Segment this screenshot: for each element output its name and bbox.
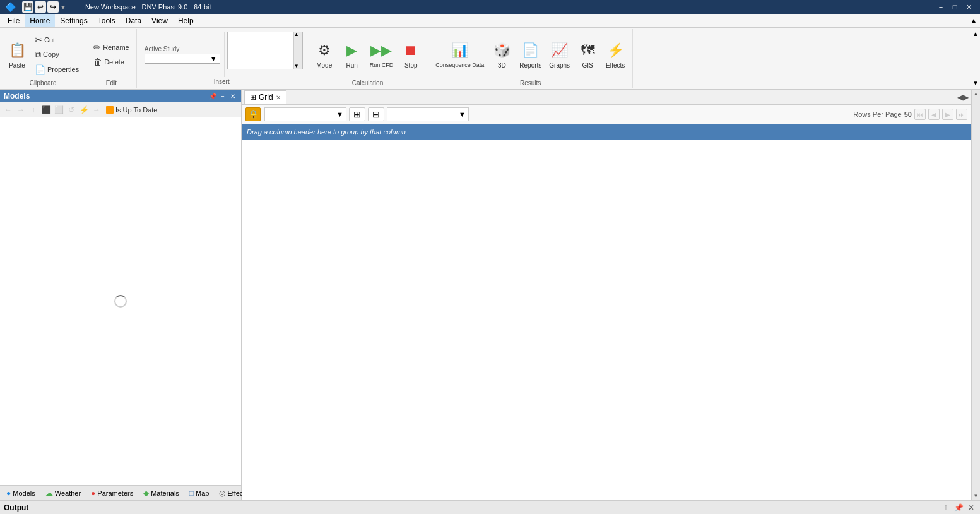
insert-area: ▲ ▼ [227, 32, 303, 77]
parameters-tab-icon: ● [91, 489, 95, 498]
rows-per-page-label: Rows Per Page [853, 111, 901, 118]
mode-button[interactable]: ⚙ Mode [311, 35, 338, 73]
grid-icon-btn-1[interactable]: ⊞ [349, 107, 365, 121]
models-pin-button[interactable]: 📌 [208, 92, 217, 100]
bottom-tabs: ● Models ☁ Weather ● Parameters ◆ Materi… [0, 485, 241, 500]
consequence-data-button[interactable]: 📊 Consequence Data [432, 35, 487, 73]
graphs-button[interactable]: 📈 Graphs [546, 35, 573, 73]
redo-button[interactable]: ↪ [47, 1, 59, 13]
weather-tab-icon: ☁ [45, 489, 53, 498]
restore-button[interactable]: □ [948, 2, 961, 12]
ribbon-expand[interactable]: ▲ [970, 16, 977, 25]
models-panel: Models 📌 − ✕ ← → ↑ ⬛ ⬜ ↺ ⚡ → Is Up To Da… [0, 90, 242, 500]
mode-icon: ⚙ [314, 40, 334, 61]
ribbon-group-calculation: ⚙ Mode ▶ Run ▶▶ Run CFD ⏹ Stop Calculati… [307, 29, 429, 88]
tab-parameters[interactable]: ● Parameters [87, 487, 137, 499]
grid-column-dropdown[interactable]: ▼ [387, 107, 469, 121]
calculation-content: ⚙ Mode ▶ Run ▶▶ Run CFD ⏹ Stop [311, 30, 425, 78]
properties-button[interactable]: 📄 Properties [32, 63, 82, 76]
menu-help[interactable]: Help [173, 14, 199, 27]
models-button-6[interactable]: ⚡ [78, 104, 90, 116]
panel-right-controls: ◀ ▶ [957, 93, 969, 102]
quick-access-toolbar: 💾 ↩ ↪ ▼ [20, 1, 69, 13]
output-pin-btn[interactable]: 📌 [953, 503, 964, 513]
save-button[interactable]: 💾 [22, 1, 33, 13]
cut-button[interactable]: ✂ Cut [32, 33, 82, 47]
models-button-7[interactable]: → [91, 104, 102, 116]
grid-lock-button[interactable]: 🔒 [245, 107, 261, 121]
grid-body [242, 140, 971, 500]
last-page-button[interactable]: ⏭ [956, 109, 967, 120]
grid-tab[interactable]: ⊞ Grid ✕ [244, 90, 286, 104]
delete-icon: 🗑 [93, 57, 102, 67]
models-back-button[interactable]: ← [3, 104, 14, 116]
tab-materials[interactable]: ◆ Materials [139, 487, 183, 499]
models-tab-icon: ● [6, 489, 11, 498]
rename-button[interactable]: ✏ Rename [90, 40, 133, 54]
paste-button[interactable]: 📋 Paste [4, 37, 30, 72]
models-forward-button[interactable]: → [15, 104, 27, 116]
grid-filter-dropdown[interactable]: ▼ [264, 107, 346, 121]
menu-file[interactable]: File [3, 14, 25, 27]
run-button[interactable]: ▶ Run [339, 35, 365, 73]
panel-scroll-btn-right[interactable]: ▶ [963, 93, 969, 102]
copy-button[interactable]: ⧉ Copy [32, 47, 82, 62]
minimize-button[interactable]: − [935, 2, 947, 12]
first-page-button[interactable]: ⏮ [914, 109, 926, 120]
grid-tab-close[interactable]: ✕ [276, 94, 281, 101]
models-close-button[interactable]: ✕ [228, 92, 237, 100]
ribbon-scroll-up[interactable]: ▲ [972, 30, 979, 37]
right-edge-scroll[interactable]: ▲ ▼ [971, 90, 980, 500]
undo-button[interactable]: ↩ [35, 1, 46, 13]
materials-tab-icon: ◆ [143, 489, 149, 498]
ribbon-group-edit: ✏ Rename 🗑 Delete Edit [86, 29, 137, 88]
tab-models[interactable]: ● Models [3, 487, 39, 499]
models-button-4[interactable]: ⬜ [53, 104, 64, 116]
run-cfd-button[interactable]: ▶▶ Run CFD [367, 35, 397, 73]
edit-content: ✏ Rename 🗑 Delete [90, 30, 133, 78]
menu-data[interactable]: Data [121, 14, 146, 27]
active-study-group: Active Study ▼ [141, 32, 225, 77]
output-header: Output ⇧ 📌 ✕ [0, 501, 980, 514]
map-tab-icon: □ [189, 489, 194, 498]
edit-small-buttons: ✏ Rename 🗑 Delete [90, 40, 133, 69]
delete-button[interactable]: 🗑 Delete [90, 55, 133, 69]
prev-page-button[interactable]: ◀ [928, 109, 940, 120]
menu-tools[interactable]: Tools [93, 14, 121, 27]
grid-tab-label: Grid [259, 93, 273, 102]
output-expand-btn[interactable]: ⇧ [941, 503, 951, 513]
menu-settings[interactable]: Settings [55, 14, 92, 27]
panel-scroll-btn[interactable]: ◀ [957, 93, 963, 102]
output-close-btn[interactable]: ✕ [966, 503, 976, 513]
grid-icon: ⊞ [250, 93, 256, 102]
close-button[interactable]: ✕ [962, 2, 975, 12]
menu-home[interactable]: Home [25, 14, 55, 27]
title-bar: 🔷 💾 ↩ ↪ ▼ New Workspace - DNV Phast 9.0 … [0, 0, 980, 14]
results-label: Results [432, 80, 629, 87]
effects-button[interactable]: ⚡ Effects [602, 35, 629, 73]
stop-button[interactable]: ⏹ Stop [398, 35, 424, 73]
insert-scrollbar[interactable]: ▲ ▼ [293, 32, 302, 69]
insert-content: Active Study ▼ ▲ ▼ [141, 32, 303, 77]
menu-view[interactable]: View [146, 14, 173, 27]
customize-qa[interactable]: ▼ [60, 4, 66, 11]
menu-bar: File Home Settings Tools Data View Help … [0, 14, 980, 28]
ribbon-content: 📋 Paste ✂ Cut ⧉ Copy 📄 Propert [0, 28, 980, 89]
gis-button[interactable]: 🗺 GIS [574, 35, 601, 73]
models-button-3[interactable]: ⬛ [40, 104, 52, 116]
gis-icon: 🗺 [577, 40, 598, 61]
grid-icon-btn-2[interactable]: ⊟ [368, 107, 384, 121]
models-minimize-button[interactable]: − [218, 92, 227, 100]
tab-map[interactable]: □ Map [186, 487, 213, 499]
models-button-5[interactable]: ↺ [66, 104, 77, 116]
models-panel-title: Models [4, 92, 30, 100]
effects-tab-icon: ◎ [219, 489, 225, 498]
run-icon: ▶ [342, 40, 362, 61]
active-study-dropdown[interactable]: ▼ [145, 54, 220, 64]
3d-button[interactable]: 🎲 3D [488, 35, 515, 73]
next-page-button[interactable]: ▶ [942, 109, 953, 120]
models-up-button[interactable]: ↑ [28, 104, 39, 116]
tab-weather[interactable]: ☁ Weather [42, 487, 85, 499]
ribbon-scroll-down[interactable]: ▼ [972, 80, 979, 87]
reports-button[interactable]: 📄 Reports [516, 35, 545, 73]
